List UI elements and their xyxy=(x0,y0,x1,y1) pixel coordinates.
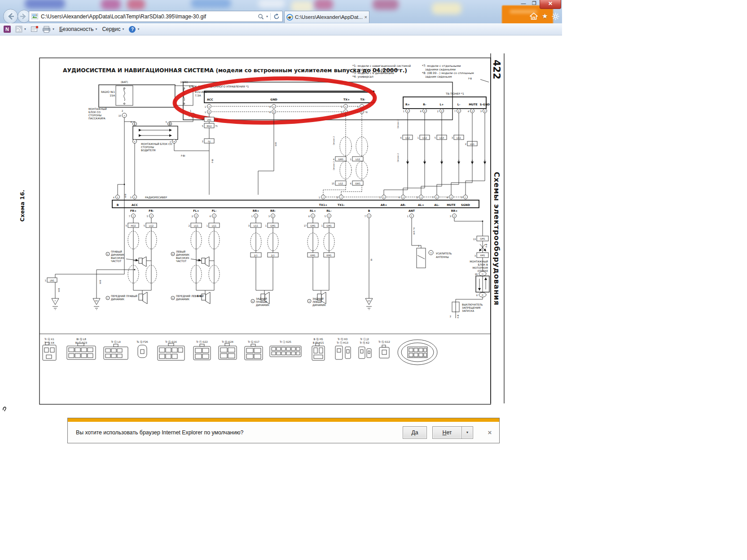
svg-text:2: 2 xyxy=(465,143,466,145)
minimize-button[interactable]: — xyxy=(518,0,529,7)
svg-text:MUTE: MUTE xyxy=(447,203,456,206)
connector-g12 xyxy=(379,345,389,358)
svg-text:2: 2 xyxy=(417,196,418,199)
svg-text:AR+: AR+ xyxy=(381,203,387,206)
svg-text:3: 3 xyxy=(268,215,270,218)
read-mail-button[interactable] xyxy=(31,26,38,32)
svg-text:13: 13 xyxy=(473,238,476,241)
service-label: ис xyxy=(115,26,121,32)
desktop-blob xyxy=(127,0,145,10)
svg-text:УСИЛИТЕЛЬ: УСИЛИТЕЛЬ xyxy=(436,252,452,255)
address-dropdown-caret[interactable]: ▼ xyxy=(266,15,268,18)
svg-text:7: 7 xyxy=(202,118,203,121)
notification-close-icon[interactable]: × xyxy=(483,429,497,436)
svg-text:4: 4 xyxy=(269,111,271,114)
svg-text:5: 5 xyxy=(435,136,436,139)
svg-text:IA: IA xyxy=(482,273,483,275)
svg-text:ВОДИТЕЛЯ: ВОДИТЕЛЯ xyxy=(141,149,155,152)
connector-h3-h13 xyxy=(335,346,351,359)
gear-icon[interactable] xyxy=(552,13,559,20)
print-caret-icon[interactable]: ▼ xyxy=(52,28,55,31)
svg-text:S-GND: S-GND xyxy=(480,103,490,106)
svg-text:D: D xyxy=(252,300,254,302)
connector-g17 xyxy=(245,344,263,360)
no-button[interactable]: Нет xyxy=(432,426,462,439)
svg-text:ВЫСОКИХ: ВЫСОКИХ xyxy=(176,257,189,259)
svg-text:(BAT): (BAT) xyxy=(121,80,128,83)
svg-text:R+: R+ xyxy=(405,103,410,106)
close-button[interactable]: ✕ xyxy=(540,0,561,9)
svg-text:ЗАДНИЙ: ЗАДНИЙ xyxy=(312,297,324,300)
svg-text:МОНТАЖНЫЙ: МОНТАЖНЫЙ xyxy=(88,107,107,110)
svg-text:Tr Ⓙ J2: Tr Ⓙ J2 xyxy=(360,338,369,341)
svg-text:1: 1 xyxy=(319,196,320,199)
desktop-blob xyxy=(314,0,333,10)
no-dropdown-button[interactable]: ▼ xyxy=(461,426,473,439)
svg-text:A: A xyxy=(209,105,210,108)
svg-text:Tr Ⓕ G22: Tr Ⓕ G22 xyxy=(196,341,208,343)
service-pre: Сер xyxy=(102,26,112,32)
favorites-star-icon[interactable]: ★ xyxy=(542,12,548,20)
svg-text:МОНТАЖНЫЙ: МОНТАЖНЫЙ xyxy=(470,260,488,263)
svg-text:GM3: GM3 xyxy=(338,158,343,161)
rss-caret-icon[interactable]: ▼ xyxy=(24,28,26,31)
tab-close-icon[interactable]: × xyxy=(365,14,367,20)
connector-b6 xyxy=(398,340,437,365)
connector-f26 xyxy=(138,345,147,358)
svg-text:FR-: FR- xyxy=(149,209,154,212)
search-icon[interactable] xyxy=(258,13,264,20)
svg-text:15: 15 xyxy=(119,114,121,117)
svg-text:RR+: RR+ xyxy=(451,209,458,212)
receiver-bottom-circles: E7 E5 E2 E6 E1 E3 E8 E5 E7 E1 G3 xyxy=(129,214,457,218)
svg-text:Tr Ⓢ G12: Tr Ⓢ G12 xyxy=(378,341,390,343)
svg-text:B: B xyxy=(472,110,473,112)
svg-text:СТОРОНЫ: СТОРОНЫ xyxy=(141,146,154,149)
wires xyxy=(55,113,485,318)
svg-text:M: M xyxy=(172,253,173,255)
restore-button[interactable]: ❐ xyxy=(529,0,540,7)
svg-text:RL+: RL+ xyxy=(310,209,316,212)
svg-text:7,5A: 7,5A xyxy=(195,94,202,97)
svg-text:3: 3 xyxy=(130,196,132,199)
svg-text:LN1: LN1 xyxy=(207,118,211,121)
svg-text:2: 2 xyxy=(437,110,439,113)
svg-text:AL+: AL+ xyxy=(418,203,424,206)
svg-text:1: 1 xyxy=(418,245,419,247)
quick-icons: ★ xyxy=(530,12,559,20)
browser-tab[interactable]: e C:\Users\Alexander\AppDat... × xyxy=(284,11,369,23)
print-button[interactable]: ▼ xyxy=(43,26,55,33)
svg-text:(экран.): (экран.) xyxy=(333,162,335,170)
onenote-icon: N xyxy=(4,26,11,33)
help-menu[interactable]: ? ▼ xyxy=(129,26,140,33)
svg-text:JL1: JL1 xyxy=(254,254,257,257)
desktop-blob xyxy=(101,0,121,10)
svg-text:СТОРОНЫ: СТОРОНЫ xyxy=(88,114,101,117)
security-menu[interactable]: Безопасность ▼ xyxy=(59,26,98,32)
svg-text:ДИНАМИК: ДИНАМИК xyxy=(256,304,269,306)
svg-text:2: 2 xyxy=(189,224,190,227)
connector-g22 xyxy=(193,344,211,360)
tools-menu[interactable]: Сервис ▼ xyxy=(102,26,124,32)
help-icon: ? xyxy=(129,26,136,33)
rss-button[interactable]: ▼ xyxy=(15,26,26,33)
remote-control-block: БЛОК ДИСТАНЦИОННОГО УПРАВЛЕНИЯ *1 ACC GN… xyxy=(183,82,453,120)
svg-text:*1: модели с навигационной сис: *1: модели с навигационной системой xyxy=(352,64,411,68)
tv-tuner-block: ТВ-ТЮНЕР *1 R+ R- L+ L- MUTE S-GND B 1 B… xyxy=(397,92,490,163)
back-arrow-icon xyxy=(4,9,18,23)
svg-text:Tr Ⓔ G16: Tr Ⓔ G16 xyxy=(165,341,177,343)
svg-text:задним сиденьем: задним сиденьем xyxy=(425,75,452,79)
home-icon[interactable] xyxy=(530,13,538,20)
desktop-blob xyxy=(191,0,231,8)
tab-title[interactable]: C:\Users\Alexander\AppDat... xyxy=(295,14,363,20)
side-title: Схемы электрооборудования xyxy=(492,172,501,306)
refresh-icon[interactable] xyxy=(273,13,280,20)
svg-text:W-B: W-B xyxy=(124,194,127,198)
address-bar[interactable]: C:\Users\Alexander\AppData\Local\Temp\Ra… xyxy=(29,11,283,22)
svg-text:ПЕРЕДНИЙ ЛЕВ��Й: ПЕРЕДНИЙ ЛЕВ��Й xyxy=(176,294,204,298)
onenote-button[interactable]: N xyxy=(4,26,11,33)
svg-text:4: 4 xyxy=(447,196,448,199)
security-caret-icon: ▼ xyxy=(95,28,97,31)
back-button[interactable] xyxy=(3,9,18,24)
yes-button[interactable]: Да xyxy=(403,426,427,439)
address-text[interactable]: C:\Users\Alexander\AppData\Local\Temp\Ra… xyxy=(41,13,258,20)
